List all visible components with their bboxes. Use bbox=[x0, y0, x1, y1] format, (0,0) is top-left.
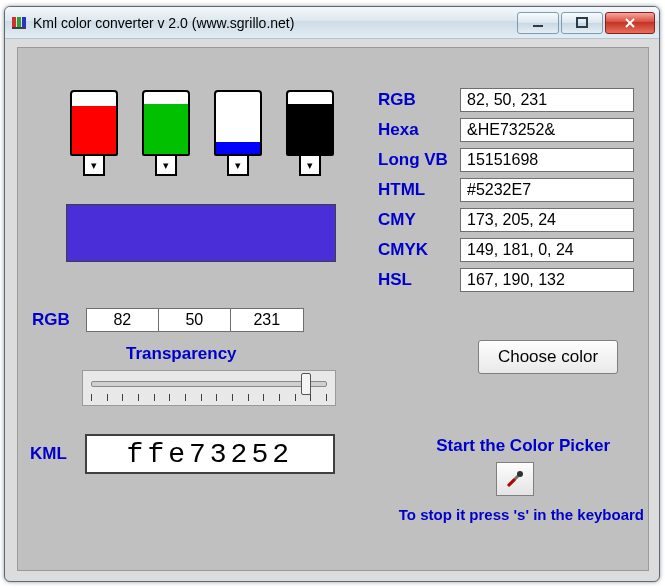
output-label-html: HTML bbox=[378, 180, 460, 200]
svg-rect-0 bbox=[12, 17, 16, 27]
rgb-input-label: RGB bbox=[32, 310, 70, 330]
choose-color-button[interactable]: Choose color bbox=[478, 340, 618, 374]
minimize-button[interactable] bbox=[517, 12, 559, 34]
output-value-rgb[interactable]: 82, 50, 231 bbox=[460, 88, 634, 112]
bottle-blue[interactable]: ▾ bbox=[210, 90, 266, 200]
close-icon bbox=[624, 17, 636, 29]
kml-output[interactable]: ffe73252 bbox=[85, 434, 335, 474]
chevron-down-icon: ▾ bbox=[307, 160, 313, 171]
rgb-b-input[interactable]: 231 bbox=[231, 309, 303, 331]
chevron-down-icon: ▾ bbox=[163, 160, 169, 171]
svg-line-9 bbox=[509, 480, 514, 485]
stop-picker-label: To stop it press 's' in the keyboard bbox=[399, 506, 644, 523]
output-label-longvb: Long VB bbox=[378, 150, 460, 170]
eyedropper-icon bbox=[505, 469, 525, 489]
color-stage: ▾ ▾ ▾ ▾ bbox=[66, 90, 356, 262]
maximize-icon bbox=[576, 17, 588, 29]
maximize-button[interactable] bbox=[561, 12, 603, 34]
output-value-hsl[interactable]: 167, 190, 132 bbox=[460, 268, 634, 292]
transparency-slider[interactable] bbox=[82, 370, 336, 406]
ink-bottles-row: ▾ ▾ ▾ ▾ bbox=[66, 90, 356, 200]
output-row-cmy: CMY173, 205, 24 bbox=[378, 208, 634, 232]
svg-rect-5 bbox=[577, 18, 587, 27]
app-icon bbox=[11, 15, 27, 31]
output-value-html[interactable]: #5232E7 bbox=[460, 178, 634, 202]
rgb-triple-input: 82 50 231 bbox=[86, 308, 304, 332]
output-value-hexa[interactable]: &HE73252& bbox=[460, 118, 634, 142]
rgb-g-input[interactable]: 50 bbox=[159, 309, 231, 331]
kml-label: KML bbox=[30, 444, 67, 464]
color-swatch bbox=[66, 204, 336, 262]
svg-rect-4 bbox=[533, 25, 543, 27]
output-label-hexa: Hexa bbox=[378, 120, 460, 140]
color-picker-button[interactable] bbox=[496, 462, 534, 496]
svg-rect-3 bbox=[12, 27, 26, 29]
bottle-black[interactable]: ▾ bbox=[282, 90, 338, 200]
output-label-rgb: RGB bbox=[378, 90, 460, 110]
chevron-down-icon: ▾ bbox=[91, 160, 97, 171]
bottle-red[interactable]: ▾ bbox=[66, 90, 122, 200]
output-value-cmyk[interactable]: 149, 181, 0, 24 bbox=[460, 238, 634, 262]
output-row-longvb: Long VB15151698 bbox=[378, 148, 634, 172]
transparency-label: Transparency bbox=[126, 344, 237, 364]
svg-point-10 bbox=[517, 471, 523, 477]
client-area: ▾ ▾ ▾ ▾ RGB 82 50 bbox=[17, 47, 649, 571]
minimize-icon bbox=[532, 17, 544, 29]
output-row-html: HTML#5232E7 bbox=[378, 178, 634, 202]
window-title: Kml color converter v 2.0 (www.sgrillo.n… bbox=[33, 15, 517, 31]
output-row-hsl: HSL167, 190, 132 bbox=[378, 268, 634, 292]
outputs-panel: RGB82, 50, 231Hexa&HE73252&Long VB151516… bbox=[378, 88, 634, 298]
kml-row: KML ffe73252 bbox=[30, 434, 335, 474]
output-label-cmy: CMY bbox=[378, 210, 460, 230]
output-row-hexa: Hexa&HE73252& bbox=[378, 118, 634, 142]
output-label-hsl: HSL bbox=[378, 270, 460, 290]
window-controls bbox=[517, 12, 655, 34]
rgb-r-input[interactable]: 82 bbox=[87, 309, 159, 331]
app-window: Kml color converter v 2.0 (www.sgrillo.n… bbox=[4, 6, 660, 582]
rgb-input-row: RGB 82 50 231 bbox=[32, 308, 304, 332]
output-value-cmy[interactable]: 173, 205, 24 bbox=[460, 208, 634, 232]
output-row-cmyk: CMYK149, 181, 0, 24 bbox=[378, 238, 634, 262]
output-label-cmyk: CMYK bbox=[378, 240, 460, 260]
svg-rect-1 bbox=[17, 17, 21, 27]
bottle-green[interactable]: ▾ bbox=[138, 90, 194, 200]
output-value-longvb[interactable]: 15151698 bbox=[460, 148, 634, 172]
start-picker-label: Start the Color Picker bbox=[436, 436, 610, 456]
titlebar: Kml color converter v 2.0 (www.sgrillo.n… bbox=[5, 7, 659, 39]
chevron-down-icon: ▾ bbox=[235, 160, 241, 171]
close-button[interactable] bbox=[605, 12, 655, 34]
svg-rect-2 bbox=[22, 17, 26, 27]
output-row-rgb: RGB82, 50, 231 bbox=[378, 88, 634, 112]
